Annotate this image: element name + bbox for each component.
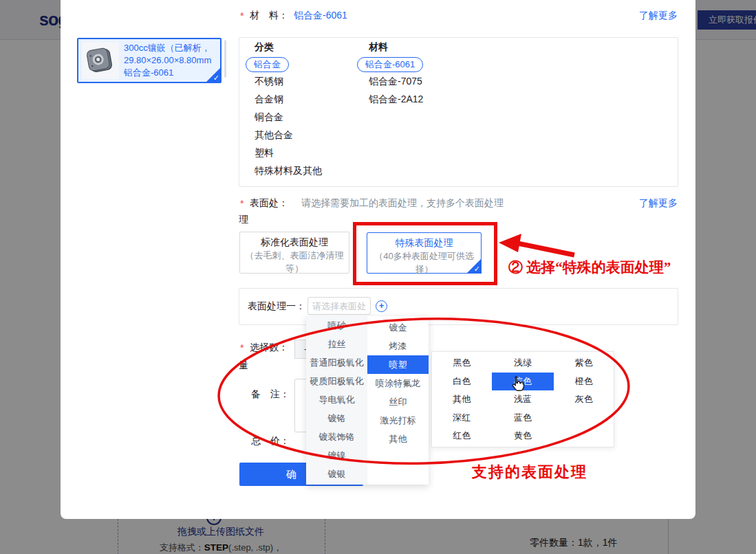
material-value: 铝合金-6061 xyxy=(294,10,347,22)
treatment-option[interactable]: 其他 xyxy=(367,430,429,448)
color-col3: 紫色 橙色 灰色 xyxy=(554,354,614,447)
treatment-option[interactable]: 喷砂 xyxy=(306,316,367,335)
color-option[interactable]: 蓝色 xyxy=(492,409,554,428)
treatment-option-selected[interactable]: 喷塑 xyxy=(367,355,429,374)
color-option[interactable]: 黄色 xyxy=(492,427,554,445)
treatment-option[interactable]: 硬质阳极氧化 xyxy=(306,372,367,390)
required-asterisk: * xyxy=(240,342,244,353)
color-col1: 黑色 白色 其他 深红 红色 xyxy=(432,354,492,447)
surface-label-wrap: 理 xyxy=(239,214,248,226)
treatment-option[interactable]: 丝印 xyxy=(367,392,429,411)
material-label: 材 料： xyxy=(250,10,288,22)
color-option[interactable]: 浅绿 xyxy=(492,354,554,373)
annotation-step2-text: ② 选择“特殊的表面处理” xyxy=(508,258,671,277)
surface-hint: 请选择需要加工的表面处理，支持多个表面处理 xyxy=(301,197,504,210)
category-item[interactable]: 塑料 xyxy=(255,147,274,159)
treatment-option[interactable]: 镀金 xyxy=(367,318,429,337)
color-option[interactable]: 白色 xyxy=(432,373,492,391)
total-price-label: 总 价： xyxy=(251,435,290,447)
category-column-header: 分类 xyxy=(255,41,274,54)
treatment-option[interactable]: 导电氧化 xyxy=(306,390,367,409)
surface-learn-more-link[interactable]: 了解更多 xyxy=(639,197,678,210)
color-option[interactable]: 灰色 xyxy=(554,390,614,409)
treatment-option[interactable]: 喷涂特氟龙 xyxy=(367,374,429,392)
category-item[interactable]: 铜合金 xyxy=(255,111,283,124)
treatment-dropdown-col1: 喷砂 拉丝 普通阳极氧化 硬质阳极氧化 导电氧化 镀铬 镀装饰铬 镀镍 镀银 xyxy=(306,316,367,485)
cursor-hand-icon xyxy=(509,375,527,395)
treatment-option[interactable]: 拉丝 xyxy=(306,335,367,353)
standard-surface-subtitle: （去毛刺、表面洁净清理等） xyxy=(240,249,349,275)
material-item-selected[interactable]: 铝合金-6061 xyxy=(357,57,423,72)
remark-label: 备 注： xyxy=(251,388,290,401)
color-col2: 浅绿 棕色 浅蓝 蓝色 黄色 xyxy=(492,354,554,447)
category-item[interactable]: 其他合金 xyxy=(255,129,293,142)
treatment-option[interactable]: 镀铬 xyxy=(306,409,367,428)
color-option[interactable]: 其他 xyxy=(432,390,492,409)
check-icon: ✓ xyxy=(213,74,219,82)
treatment-option[interactable]: 镀镍 xyxy=(306,446,367,465)
part-3d-icon xyxy=(82,42,119,79)
part-card[interactable]: 300cc镶嵌（已解析， 29.80×26.00×8.80mm 铝合金-6061… xyxy=(77,38,222,83)
treatment-option[interactable]: 烤漆 xyxy=(367,337,429,355)
material-item[interactable]: 铝合金-2A12 xyxy=(369,93,423,106)
part-thumbnail xyxy=(82,42,119,79)
required-asterisk: * xyxy=(240,10,244,21)
treatment-select-input[interactable] xyxy=(307,297,371,315)
material-item[interactable]: 铝合金-7075 xyxy=(369,76,422,88)
treatment-option[interactable]: 镀银 xyxy=(306,465,367,483)
treatment-dropdown: 喷砂 拉丝 普通阳极氧化 硬质阳极氧化 导电氧化 镀铬 镀装饰铬 镀镍 镀银 镀… xyxy=(306,316,429,485)
quantity-label-wrap: 量 xyxy=(239,359,248,372)
treatment-dropdown-col2: 镀金 烤漆 喷塑 喷涂特氟龙 丝印 激光打标 其他 xyxy=(367,316,429,485)
treatment-option[interactable]: 普通阳极氧化 xyxy=(306,353,367,372)
color-option[interactable]: 红色 xyxy=(432,427,492,445)
color-submenu: 黑色 白色 其他 深红 红色 浅绿 棕色 浅蓝 蓝色 黄色 紫色 橙色 灰色 xyxy=(431,351,614,447)
color-option[interactable]: 橙色 xyxy=(554,373,614,391)
category-item[interactable]: 合金钢 xyxy=(255,93,283,106)
standard-surface-title: 标准化表面处理 xyxy=(240,236,349,249)
part-list-scrollbar[interactable] xyxy=(224,40,226,78)
standard-surface-card[interactable]: 标准化表面处理 （去毛刺、表面洁净清理等） xyxy=(239,232,349,274)
material-column-header: 材料 xyxy=(369,41,388,54)
annotation-supported-text: 支持的表面处理 xyxy=(472,462,587,483)
category-item[interactable]: 特殊材料及其他 xyxy=(255,165,322,177)
part-name: 300cc镶嵌（已解析， xyxy=(124,42,220,54)
required-asterisk: * xyxy=(240,198,244,209)
part-dimensions: 29.80×26.00×8.80mm xyxy=(124,54,220,67)
material-learn-more-link[interactable]: 了解更多 xyxy=(639,10,678,22)
surface-label: 表面处： xyxy=(250,197,288,210)
treatment-option[interactable]: 镀装饰铬 xyxy=(306,428,367,446)
category-item-selected[interactable]: 铝合金 xyxy=(246,57,289,72)
screen: sog 立即获取报价 + 拖拽或上传图纸文件 支持格式：STEP(.step, … xyxy=(0,0,756,554)
treatment-option[interactable]: 激光打标 xyxy=(367,411,429,430)
treatment-one-label: 表面处理一： xyxy=(248,300,305,313)
add-treatment-icon[interactable]: + xyxy=(376,300,387,312)
category-item[interactable]: 不锈钢 xyxy=(255,76,283,88)
annotation-rectangle xyxy=(353,222,497,285)
quantity-label: 选择数： xyxy=(250,342,288,354)
color-option[interactable]: 深红 xyxy=(432,409,492,428)
color-option[interactable]: 紫色 xyxy=(554,354,614,373)
color-option[interactable]: 黑色 xyxy=(432,354,492,373)
